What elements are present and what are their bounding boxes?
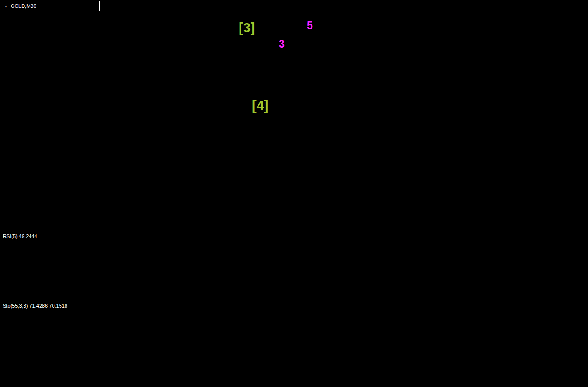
- wave-4-label: [4]: [252, 98, 268, 113]
- chart-window: ▼GOLD,M30 [3] [4] 3 5 RSI(5) 49.2444 Sto…: [0, 0, 588, 387]
- symbol-title: GOLD,M30: [11, 3, 36, 9]
- symbol-selector[interactable]: ▼GOLD,M30: [1, 1, 100, 11]
- subwave-5-label: 5: [307, 19, 313, 32]
- dropdown-icon: ▼: [4, 5, 8, 9]
- wave-3-label: [3]: [239, 20, 255, 36]
- subwave-3-label: 3: [279, 38, 285, 50]
- stochastic-indicator-label: Sto(55,3,3) 71.4286 70.1518: [3, 303, 67, 309]
- rsi-indicator-label: RSI(5) 49.2444: [3, 233, 37, 239]
- chart-canvas[interactable]: [0, 0, 588, 387]
